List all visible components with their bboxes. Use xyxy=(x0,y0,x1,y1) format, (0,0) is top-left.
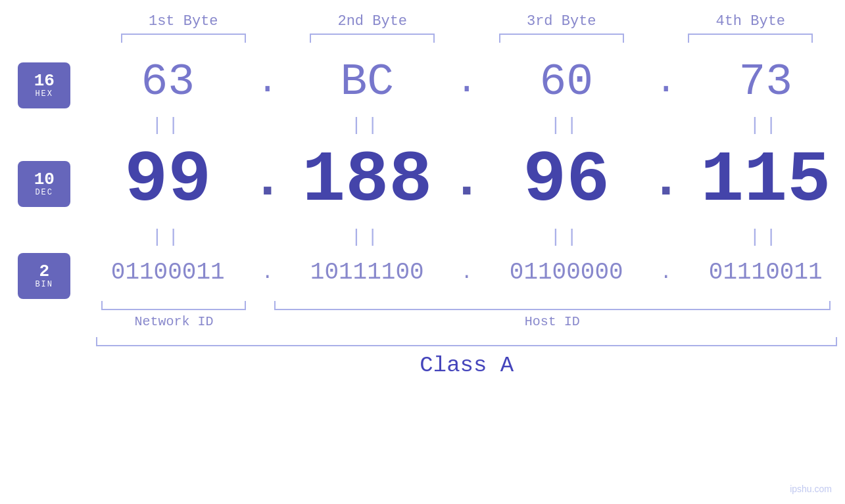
dot-hex-1: . xyxy=(254,68,281,97)
dec-oct4: 115 xyxy=(693,145,838,217)
bin-oct4: 01110011 xyxy=(693,261,838,285)
class-label: Class A xyxy=(420,353,514,378)
eq1-4: || xyxy=(693,115,838,135)
dot-dec-3: . xyxy=(653,160,679,202)
eq-row-2: || || || || xyxy=(88,223,845,250)
bottom-bracket-network xyxy=(101,301,246,310)
hex-badge: 16 HEX xyxy=(18,62,70,108)
dot-hex-2: . xyxy=(454,68,480,97)
eq-row-1: || || || || xyxy=(88,112,845,138)
network-id-label: Network ID xyxy=(134,314,213,329)
hex-oct3: 60 xyxy=(494,60,639,104)
dec-oct2: 188 xyxy=(295,145,439,217)
main-container: 1st Byte 2nd Byte 3rd Byte 4th Byte 16 H… xyxy=(0,0,845,504)
values-wrapper: 63 . BC . 60 . 73 xyxy=(88,53,845,378)
eq1-1: || xyxy=(95,115,240,135)
dot-hex-3: . xyxy=(653,68,679,97)
dot-dec-2: . xyxy=(454,160,480,202)
dec-oct1: 99 xyxy=(95,145,240,217)
top-bracket-1 xyxy=(121,34,246,43)
hex-oct2: BC xyxy=(295,60,439,104)
bottom-bracket-host xyxy=(274,301,831,310)
eq2-2: || xyxy=(295,227,439,247)
dec-oct3: 96 xyxy=(494,145,639,217)
eq2-3: || xyxy=(494,227,639,247)
dec-row: 99 . 188 . 96 . 115 xyxy=(88,138,845,223)
bin-oct2: 10111100 xyxy=(295,261,439,285)
hex-row: 63 . BC . 60 . 73 xyxy=(88,53,845,112)
byte4-header: 4th Byte xyxy=(678,13,823,30)
eq2-4: || xyxy=(693,227,838,247)
bin-badge: 2 BIN xyxy=(18,253,70,299)
hex-oct4: 73 xyxy=(693,60,838,104)
top-bracket-3 xyxy=(499,34,624,43)
byte3-header: 3rd Byte xyxy=(489,13,634,30)
bin-oct1: 01100011 xyxy=(95,261,240,285)
watermark: ipshu.com xyxy=(790,484,832,494)
top-bracket-2 xyxy=(310,34,435,43)
eq2-1: || xyxy=(95,227,240,247)
byte1-header: 1st Byte xyxy=(111,13,256,30)
bin-row: 01100011 . 10111100 . 01100000 . xyxy=(88,250,845,296)
dot-dec-1: . xyxy=(254,160,281,202)
dot-bin-2: . xyxy=(454,265,480,281)
host-id-label: Host ID xyxy=(525,314,580,329)
dot-bin-3: . xyxy=(653,265,679,281)
top-bracket-4 xyxy=(688,34,813,43)
bottom-bracket-class xyxy=(96,337,838,346)
eq1-3: || xyxy=(494,115,639,135)
byte2-header: 2nd Byte xyxy=(300,13,445,30)
dot-bin-1: . xyxy=(254,265,281,281)
eq1-2: || xyxy=(295,115,439,135)
dec-badge: 10 DEC xyxy=(18,161,70,207)
bin-oct3: 01100000 xyxy=(494,261,639,285)
hex-oct1: 63 xyxy=(95,60,240,104)
